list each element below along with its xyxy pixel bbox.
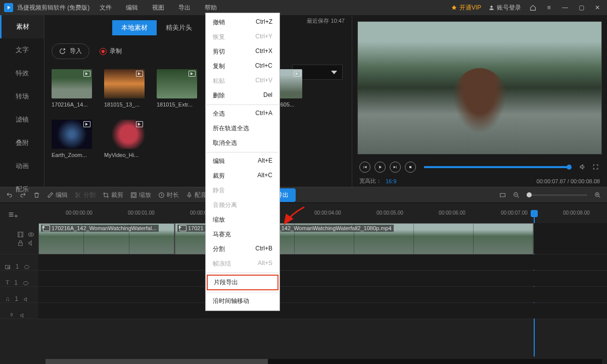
left-nav: 素材 文字 特效 转场 滤镜 叠附 动画 配乐 [0, 15, 44, 187]
split-button[interactable]: 分割 [75, 191, 96, 199]
nav-filter[interactable]: 滤镜 [0, 108, 44, 131]
media-panel: 最近保存 10:47 本地素材 精美片头 导入 录制 170216A_14...… [44, 15, 352, 187]
fullscreen-icon[interactable] [591, 163, 600, 172]
duration-button[interactable]: 时长 [158, 191, 179, 199]
svg-rect-4 [131, 192, 136, 197]
record-icon [100, 48, 107, 55]
menu-file[interactable]: 文件 [100, 4, 112, 12]
eye-icon[interactable] [28, 231, 34, 238]
ctx-剪切[interactable]: 剪切Ctrl+X [206, 44, 279, 59]
hamburger-icon[interactable]: ≡ [544, 3, 553, 12]
ctx-马赛克[interactable]: 马赛克 [206, 227, 279, 242]
media-thumb[interactable]: Earth_Zoom... [52, 120, 92, 158]
import-button[interactable]: 导入 [52, 43, 89, 59]
ctx-删除[interactable]: 删除Del [206, 88, 279, 103]
zoom-slider[interactable] [527, 194, 587, 196]
zoom-button[interactable]: 缩放 [130, 191, 151, 199]
ctx-取消全选[interactable]: 取消全选 [206, 136, 279, 150]
record-button[interactable]: 录制 [100, 47, 122, 56]
ctx-所在轨道全选[interactable]: 所在轨道全选 [206, 121, 279, 136]
svg-rect-12 [18, 232, 23, 237]
stop-button[interactable] [405, 162, 416, 173]
video-track-content[interactable]: 170216A_142_WomanWatchingWaterfal... 170… [38, 223, 607, 254]
save-info: 最近保存 10:47 [307, 17, 345, 25]
ctx-撤销[interactable]: 撤销Ctrl+Z [206, 15, 279, 30]
progress-handle[interactable] [567, 165, 572, 170]
close-icon[interactable]: ✕ [593, 3, 602, 12]
ctx-片段导出[interactable]: 片段导出 [207, 275, 278, 290]
nav-effects[interactable]: 特效 [0, 62, 44, 85]
lock-icon[interactable] [17, 240, 24, 246]
add-track-button[interactable]: ≡₊ [7, 208, 20, 221]
undo-button[interactable] [6, 192, 13, 198]
eye-icon[interactable] [24, 264, 30, 270]
ctx-粘贴: 粘贴Ctrl+V [206, 74, 279, 88]
nav-overlay[interactable]: 叠附 [0, 131, 44, 154]
svg-point-3 [76, 196, 77, 197]
mic-icon [9, 313, 15, 319]
video-preview[interactable] [357, 21, 602, 154]
svg-rect-1 [409, 166, 411, 168]
media-thumb[interactable]: MyVideo_Hi... [104, 120, 145, 158]
vip-button[interactable]: 开通VIP [451, 4, 481, 12]
menu-edit[interactable]: 编辑 [126, 4, 138, 12]
voiceover-track [0, 303, 607, 319]
play-button[interactable] [375, 162, 386, 173]
nav-animation[interactable]: 动画 [0, 154, 44, 178]
media-thumb[interactable]: 181015_Extr... [157, 69, 197, 108]
ctx-缩放[interactable]: 缩放 [206, 213, 279, 227]
login-button[interactable]: 账号登录 [488, 4, 521, 12]
mute-icon[interactable] [20, 313, 26, 319]
fit-button[interactable] [499, 192, 506, 198]
zoom-in-button[interactable] [594, 192, 601, 198]
ctx-静音: 静音 [206, 183, 279, 198]
zoom-out-button[interactable] [513, 192, 520, 198]
clip-1[interactable]: 170216A_142_WomanWatchingWaterfal... [38, 223, 175, 254]
progress-bar[interactable] [424, 166, 570, 168]
ctx-复制[interactable]: 复制Ctrl+C [206, 59, 279, 74]
voiceover-button[interactable]: 配音 [186, 191, 207, 199]
pip-icon [5, 264, 11, 270]
prev-frame-button[interactable] [359, 162, 370, 173]
ctx-分割[interactable]: 分割Ctrl+B [206, 242, 279, 256]
timeline: ≡₊ 00:00:00.0000:00:01.0000:00:02.0000:0… [0, 203, 607, 364]
media-thumb[interactable]: 170216A_14... [52, 69, 92, 108]
ctx-沿时间轴移动[interactable]: 沿时间轴移动 [206, 294, 279, 308]
ctx-编辑[interactable]: 编辑Alt+E [206, 154, 279, 169]
svg-point-13 [30, 233, 32, 235]
minimize-icon[interactable]: — [561, 3, 570, 12]
nav-transition[interactable]: 转场 [0, 85, 44, 108]
timeline-scrollbar[interactable] [45, 359, 602, 364]
time-display: 00:00:07.87 / 00:00:08.08 [537, 178, 600, 184]
media-thumb[interactable]: 181015_13_... [104, 69, 145, 108]
svg-rect-9 [500, 193, 505, 197]
redo-button[interactable] [20, 192, 26, 198]
overlay-track: 1 [0, 254, 607, 271]
ctx-全选[interactable]: 全选Ctrl+A [206, 107, 279, 121]
menu-export[interactable]: 导出 [178, 4, 191, 12]
menubar: 文件 编辑 视图 导出 帮助 [100, 4, 217, 12]
chevron-down-icon [331, 71, 337, 74]
volume-icon[interactable] [578, 163, 587, 172]
ctx-裁剪[interactable]: 裁剪Alt+C [206, 169, 279, 183]
aspect-value[interactable]: 16:9 [386, 178, 396, 184]
menu-help[interactable]: 帮助 [205, 4, 217, 12]
crop-button[interactable]: 裁剪 [103, 191, 123, 199]
eye-icon[interactable] [23, 280, 29, 286]
tab-templates[interactable]: 精美片头 [157, 20, 201, 35]
nav-text[interactable]: 文字 [0, 38, 44, 62]
svg-rect-14 [19, 242, 23, 245]
mute-icon[interactable] [23, 296, 29, 302]
next-frame-button[interactable] [390, 162, 401, 173]
menu-view[interactable]: 视图 [152, 4, 164, 12]
nav-media[interactable]: 素材 [0, 15, 44, 38]
tab-local[interactable]: 本地素材 [112, 20, 157, 35]
edit-button[interactable]: 编辑 [47, 191, 68, 199]
ctx-恢复: 恢复Ctrl+Y [206, 30, 279, 44]
home-icon[interactable] [528, 3, 537, 12]
mute-icon[interactable] [28, 240, 34, 246]
svg-point-0 [490, 6, 492, 8]
titlebar-right: 开通VIP 账号登录 ≡ — ▢ ✕ [451, 3, 602, 12]
maximize-icon[interactable]: ▢ [577, 3, 586, 12]
delete-button[interactable] [33, 192, 40, 198]
